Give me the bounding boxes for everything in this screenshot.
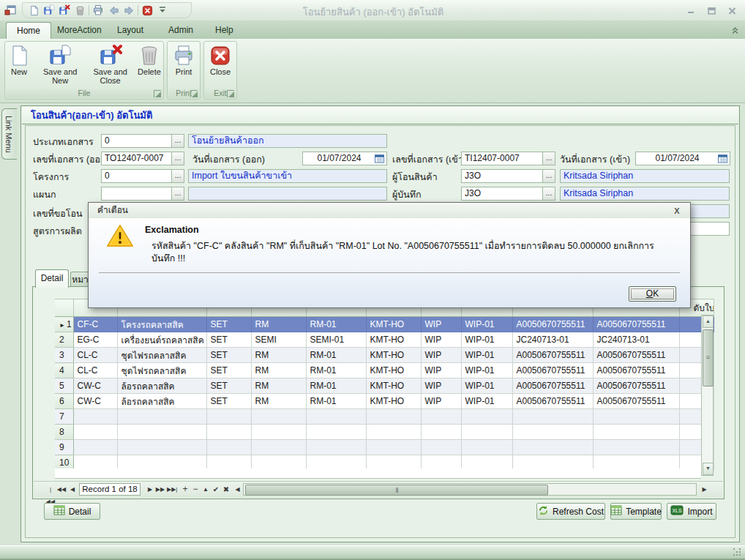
dialog-title-bar[interactable]: คำเตือน — [89, 203, 690, 219]
detail-button[interactable]: Detail — [44, 503, 100, 520]
grid-row[interactable]: 7 — [55, 409, 714, 425]
ellipsis-button[interactable]: ... — [171, 170, 184, 182]
department-input[interactable]: ... — [101, 187, 184, 201]
grid-cell[interactable] — [206, 425, 251, 440]
grid-cell[interactable]: เครื่องยนต์รถคลาสสิค — [117, 332, 206, 348]
import-button[interactable]: XLS Import — [667, 503, 716, 520]
grid-cell[interactable]: ล้อรถคลาสสิค — [117, 394, 206, 409]
scroll-down-icon[interactable]: ▼ — [703, 463, 714, 475]
commit-edit-icon[interactable]: ✔ — [211, 483, 221, 496]
ellipsis-button[interactable]: ... — [542, 170, 555, 182]
tab-home[interactable]: Home — [6, 22, 51, 40]
back-icon[interactable] — [107, 4, 120, 17]
next-record-icon[interactable]: ▶ — [145, 483, 155, 496]
row-indicator[interactable]: 4 — [55, 363, 73, 378]
scroll-right-icon[interactable]: ▶ — [700, 483, 709, 496]
grid-cell[interactable]: WIP — [421, 317, 461, 332]
grid-cell[interactable]: SEMI — [251, 332, 306, 348]
grid-cell[interactable] — [117, 409, 206, 425]
grid-cell[interactable] — [206, 409, 251, 425]
grid-cell[interactable] — [593, 409, 679, 425]
grid-cell[interactable] — [421, 440, 461, 455]
grid-cell[interactable]: A0050670755511 — [512, 394, 593, 409]
grid-cell[interactable]: RM-01 — [306, 317, 366, 332]
forward-icon[interactable] — [122, 4, 135, 17]
cancel-edit-icon[interactable]: ✖ — [221, 483, 231, 496]
doc-date-out-input[interactable]: 01/07/2024 — [302, 152, 387, 165]
grid-cell[interactable]: WIP-01 — [461, 332, 512, 348]
grid-cell[interactable] — [421, 425, 461, 440]
row-indicator[interactable]: 2 — [55, 332, 73, 348]
grid-row[interactable]: ►1CF-CโครงรถคลาสสิคSETRMRM-01KMT-HOWIPWI… — [55, 317, 714, 332]
print-button[interactable]: Print — [170, 43, 198, 77]
next-page-icon[interactable]: ▶▶ — [155, 483, 165, 496]
grid-cell[interactable] — [251, 425, 306, 440]
grid-cell[interactable] — [251, 440, 306, 455]
grid-cell[interactable]: KMT-HO — [366, 394, 421, 409]
row-indicator[interactable]: ►1 — [55, 317, 73, 332]
new-document-icon[interactable] — [27, 4, 40, 17]
grid-cell[interactable] — [117, 425, 206, 440]
grid-cell[interactable]: RM — [251, 378, 306, 394]
last-record-icon[interactable]: ▶▶| — [167, 483, 177, 496]
row-indicator[interactable]: 7 — [55, 409, 73, 425]
grid-cell[interactable] — [461, 425, 512, 440]
row-indicator[interactable]: 5 — [55, 378, 73, 394]
row-indicator[interactable]: 9 — [55, 440, 73, 455]
grid-row[interactable]: 9 — [55, 440, 714, 455]
grid-cell[interactable]: RM — [251, 317, 306, 332]
grid-cell[interactable] — [593, 440, 679, 455]
grid-cell[interactable]: JC240713-01 — [512, 332, 593, 348]
grid-row[interactable]: 4CL-CชุดไฟรถคลาสสิคSETRMRM-01KMT-HOWIPWI… — [55, 363, 714, 378]
close-icon[interactable] — [141, 4, 154, 17]
dialog-launcher-icon[interactable] — [190, 90, 198, 97]
new-button[interactable]: New — [5, 43, 33, 86]
dialog-close-icon[interactable]: X — [671, 205, 683, 217]
grid-cell[interactable]: KMT-HO — [366, 378, 421, 394]
grid-cell[interactable]: RM-01 — [306, 363, 366, 378]
grid-cell[interactable]: ชุดไฟรถคลาสสิค — [117, 363, 206, 378]
first-record-icon[interactable]: |◀◀ — [45, 483, 56, 496]
customize-icon[interactable] — [156, 4, 169, 17]
print-icon[interactable] — [91, 4, 105, 17]
grid-row[interactable]: 3CL-CชุดไฟรถคลาสสิคSETRMRM-01KMT-HOWIPWI… — [55, 348, 714, 363]
project-input[interactable]: 0... — [101, 169, 184, 183]
grid-cell[interactable]: A0050670755511 — [512, 378, 593, 394]
grid-cell[interactable]: KMT-HO — [366, 332, 421, 348]
grid-cell[interactable]: RM-01 — [306, 378, 366, 394]
tab-notes[interactable]: หมา — [70, 272, 90, 287]
grid-cell[interactable]: WIP — [421, 332, 461, 348]
grid-cell[interactable] — [117, 440, 206, 455]
dialog-launcher-icon[interactable] — [227, 90, 234, 97]
grid-cell[interactable]: KMT-HO — [366, 348, 421, 363]
grid-cell[interactable]: RM — [251, 394, 306, 409]
grid-cell[interactable]: ชุดไฟรถคลาสสิค — [117, 348, 206, 363]
grid-cell[interactable] — [512, 425, 593, 440]
grid-cell[interactable]: โครงรถคลาสสิค — [117, 317, 206, 332]
minimize-button[interactable] — [682, 6, 700, 15]
maximize-button[interactable] — [703, 6, 720, 15]
delete-icon[interactable] — [73, 4, 86, 17]
row-indicator[interactable]: 3 — [55, 348, 73, 363]
row-indicator[interactable]: 8 — [55, 425, 73, 440]
grid-cell[interactable]: A0050670755511 — [593, 348, 679, 363]
grid-cell[interactable]: KMT-HO — [366, 317, 421, 332]
grid-cell[interactable]: WIP-01 — [461, 317, 512, 332]
grid-cell[interactable]: SET — [206, 317, 251, 332]
row-indicator-header[interactable] — [55, 299, 73, 317]
ellipsis-button[interactable]: ... — [171, 152, 184, 165]
vertical-scrollbar[interactable]: ▲ ≡ ▼ — [701, 315, 714, 476]
grid-row[interactable]: 8 — [55, 425, 714, 440]
grid-cell[interactable]: WIP-01 — [461, 363, 512, 378]
template-button[interactable]: Template — [610, 503, 662, 520]
vertical-scroll-thumb[interactable]: ≡ — [703, 329, 714, 387]
grid-cell[interactable] — [512, 409, 593, 425]
grid-cell[interactable]: JC240713-01 — [593, 332, 679, 348]
save-and-new-button[interactable]: Save and New — [35, 43, 85, 86]
doc-type-input[interactable]: 0... — [101, 134, 184, 148]
grid-cell[interactable]: A0050670755511 — [593, 317, 679, 332]
grid-cell[interactable]: A0050670755511 — [593, 378, 679, 394]
grid-cell[interactable]: SEMI-01 — [306, 332, 366, 348]
refresh-cost-button[interactable]: Refresh Cost — [536, 503, 605, 520]
tab-layout[interactable]: Layout — [108, 22, 152, 39]
